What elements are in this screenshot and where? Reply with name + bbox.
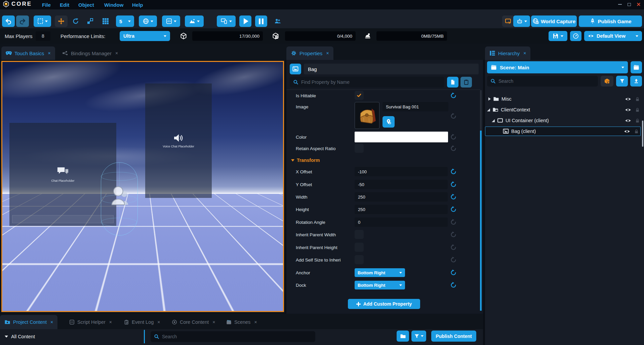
save-dropdown[interactable] <box>549 31 567 41</box>
x-offset-input[interactable] <box>355 167 448 176</box>
close-tab-icon[interactable]: × <box>50 319 53 325</box>
publish-game-button[interactable]: Publish Game <box>579 15 642 27</box>
transform-section-header[interactable]: Transform <box>291 158 320 163</box>
rotation-angle-input[interactable] <box>355 217 448 227</box>
reset-icon[interactable] <box>450 282 457 288</box>
object-type-button[interactable] <box>290 64 301 74</box>
tab-project-content[interactable]: Project Content × <box>0 315 57 329</box>
image-asset-field[interactable]: Survival Bag 001 <box>383 102 448 111</box>
performance-monitor-button[interactable] <box>570 31 581 41</box>
width-input[interactable] <box>355 192 448 202</box>
close-tab-icon[interactable]: × <box>48 50 50 56</box>
add-custom-property-button[interactable]: Add Custom Property <box>348 299 420 309</box>
viewport-3d[interactable]: Voice Chat Placeholder Chat Placeholder <box>1 61 284 312</box>
tab-properties[interactable]: Properties × <box>286 46 333 60</box>
reset-icon[interactable] <box>450 92 457 99</box>
reset-icon[interactable] <box>450 231 457 238</box>
bot-tools-dropdown[interactable] <box>513 15 530 27</box>
reset-icon[interactable] <box>450 269 457 276</box>
color-swatch[interactable] <box>355 132 448 142</box>
inherit-parent-height-checkbox[interactable] <box>355 243 364 252</box>
reset-icon[interactable] <box>450 181 457 187</box>
anchor-dropdown[interactable]: Bottom Right <box>355 268 405 277</box>
tab-event-log[interactable]: Event Log × <box>119 315 165 329</box>
property-search[interactable] <box>290 77 444 88</box>
reset-icon[interactable] <box>450 244 457 250</box>
open-folder-button[interactable] <box>397 331 409 342</box>
close-tab-icon[interactable]: × <box>109 319 112 325</box>
reset-icon[interactable] <box>450 206 457 212</box>
all-content-toggle[interactable]: All Content <box>5 331 35 342</box>
resize-handle[interactable] <box>258 268 261 271</box>
content-filter-dropdown[interactable] <box>411 331 426 342</box>
property-search-input[interactable] <box>301 79 441 85</box>
expand-expanded-icon[interactable] <box>492 119 495 122</box>
close-tab-icon[interactable]: × <box>254 319 257 325</box>
reset-icon[interactable] <box>450 113 457 119</box>
visibility-eye-icon[interactable] <box>625 96 631 102</box>
visibility-eye-icon[interactable] <box>624 128 630 135</box>
lock-icon[interactable] <box>634 129 639 134</box>
tab-scenes[interactable]: Scenes × <box>222 315 261 329</box>
hierarchy-search-input[interactable] <box>498 78 595 84</box>
script-dropdown[interactable] <box>162 15 180 27</box>
reset-icon[interactable] <box>450 256 457 263</box>
resize-handle[interactable] <box>229 299 232 302</box>
close-tab-icon[interactable]: × <box>115 50 118 56</box>
resize-handle[interactable] <box>199 299 202 302</box>
menu-file[interactable]: File <box>42 0 51 9</box>
content-search-input[interactable] <box>162 334 312 339</box>
find-asset-button[interactable] <box>383 116 395 128</box>
height-input[interactable] <box>355 205 448 214</box>
scene-manager-button[interactable] <box>631 61 642 73</box>
properties-scrollbar[interactable] <box>480 90 482 311</box>
reset-icon[interactable] <box>450 194 457 200</box>
tree-row-ui-container[interactable]: UI Container (client) <box>486 116 641 125</box>
visibility-eye-icon[interactable] <box>625 107 631 113</box>
move-tool-button[interactable] <box>55 15 68 27</box>
performance-limits-dropdown[interactable]: Ultra <box>120 31 170 41</box>
hierarchy-scrollbar-thumb[interactable] <box>642 120 643 147</box>
undo-button[interactable] <box>2 15 15 27</box>
reset-icon[interactable] <box>450 145 457 151</box>
tree-row-bag-selected[interactable]: Bag (client) <box>485 127 641 136</box>
scale-tool-button[interactable] <box>84 15 96 27</box>
image-thumbnail[interactable] <box>355 102 379 129</box>
close-tab-icon[interactable]: × <box>523 50 526 56</box>
close-tab-icon[interactable]: × <box>326 50 329 56</box>
inherit-parent-width-checkbox[interactable] <box>355 230 364 239</box>
menu-window[interactable]: Window <box>104 0 123 9</box>
resize-handle[interactable] <box>229 238 232 241</box>
world-capture-button[interactable]: World Capture <box>531 15 577 27</box>
hierarchy-search[interactable] <box>487 76 598 87</box>
dock-dropdown[interactable]: Bottom Right <box>355 281 405 289</box>
filter-button[interactable] <box>616 76 628 87</box>
tree-row-misc[interactable]: Misc <box>486 94 641 104</box>
reset-icon[interactable] <box>450 219 457 225</box>
close-tab-icon[interactable]: × <box>212 319 215 325</box>
copy-properties-button[interactable] <box>447 77 458 88</box>
lock-icon[interactable] <box>635 107 640 112</box>
close-button[interactable] <box>635 0 643 9</box>
multiplayer-preview-button[interactable] <box>271 15 284 27</box>
pause-button[interactable] <box>255 15 267 27</box>
lock-icon[interactable] <box>635 97 640 102</box>
maximize-button[interactable] <box>625 0 633 9</box>
lock-icon[interactable] <box>635 118 640 123</box>
world-settings-dropdown[interactable] <box>139 15 157 27</box>
tab-touch-basics[interactable]: Touch Basics × <box>1 46 55 60</box>
reset-icon[interactable] <box>450 134 457 140</box>
content-search[interactable] <box>151 331 315 342</box>
resize-handle[interactable] <box>258 238 261 241</box>
default-view-dropdown[interactable]: Default View <box>584 31 642 41</box>
expand-expanded-icon[interactable] <box>487 108 490 111</box>
tab-bindings-manager[interactable]: Bindings Manager × <box>58 46 122 60</box>
scene-selector-dropdown[interactable]: Scene: Main <box>487 61 628 73</box>
close-tab-icon[interactable]: × <box>157 319 160 325</box>
tab-core-content[interactable]: Core Content × <box>167 315 219 329</box>
tab-script-helper[interactable]: Script Helper × <box>65 315 116 329</box>
max-players-input[interactable] <box>36 31 50 41</box>
active-resize-corner[interactable] <box>255 296 260 302</box>
terrain-dropdown[interactable] <box>185 15 204 27</box>
expand-collapsed-icon[interactable] <box>488 97 491 101</box>
